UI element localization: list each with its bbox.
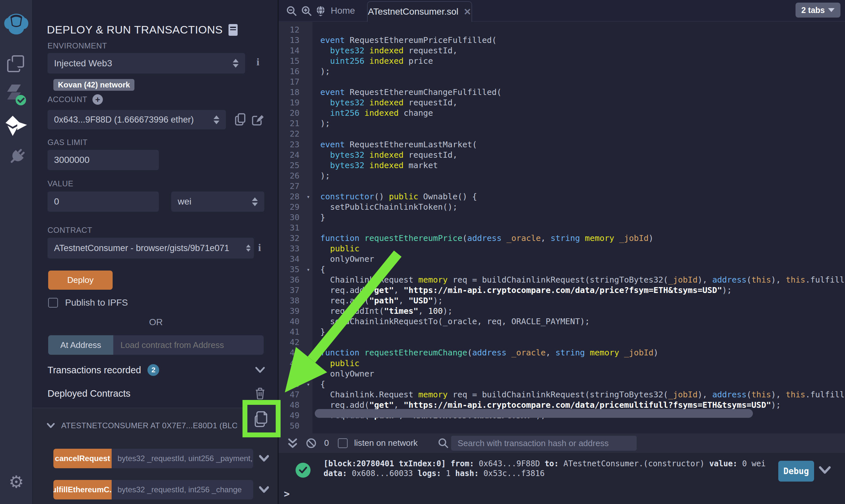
tab-home[interactable]: Home bbox=[315, 0, 355, 21]
code-line: 22 bbox=[279, 129, 845, 139]
at-address-input[interactable] bbox=[113, 335, 264, 355]
code-line: 28▾constructor() public Ownable() { bbox=[279, 192, 845, 202]
code-line: 15 uint256 indexed price bbox=[279, 56, 845, 66]
code-line: 19 bytes32 indexed requestId, bbox=[279, 97, 845, 108]
code-line: 25 bytes32 indexed market bbox=[279, 160, 845, 171]
select-updown-icon bbox=[252, 197, 258, 206]
tabs-count-dropdown[interactable]: 2 tabs bbox=[795, 3, 841, 18]
account-select[interactable]: 0x643...9F88D (1.666673996 ether) bbox=[48, 110, 226, 129]
remix-logo-icon[interactable] bbox=[0, 12, 33, 35]
deployed-contracts-row: Deployed Contracts bbox=[48, 388, 265, 399]
zoom-out-icon[interactable] bbox=[287, 6, 297, 16]
code-area[interactable]: 1213event RequestEthereumPriceFulfilled(… bbox=[279, 22, 845, 433]
code-line: 47 Chainlink.Request memory req = buildC… bbox=[279, 390, 845, 400]
code-line: 31 bbox=[279, 223, 845, 233]
instance-header-row[interactable]: ATESTNETCONSUMER AT 0X7E7...E80D1 (BLOCK… bbox=[47, 421, 242, 430]
chevron-down-icon[interactable] bbox=[47, 423, 55, 428]
environment-info-icon[interactable]: i bbox=[257, 56, 259, 68]
tx-log-line1: [block:20780401 txIndex:0] from: 0x643..… bbox=[324, 459, 765, 469]
copy-icon bbox=[254, 411, 269, 427]
tx-success-icon bbox=[296, 463, 311, 478]
code-editor: Home ATestnetConsumer.sol ✕ 2 tabs 1213e… bbox=[279, 0, 845, 433]
deploy-run-panel: DEPLOY & RUN TRANSACTIONS ENVIRONMENT In… bbox=[33, 0, 279, 504]
value-input[interactable] bbox=[48, 192, 159, 212]
environment-select[interactable]: Injected Web3 bbox=[48, 53, 245, 73]
chevron-down-icon[interactable] bbox=[259, 455, 269, 462]
doc-icon[interactable] bbox=[228, 24, 238, 36]
fulfill-ethereum-button[interactable]: fulfillEthereumC... bbox=[53, 480, 111, 500]
code-line: 35▾{ bbox=[279, 264, 845, 275]
clear-console-icon[interactable] bbox=[306, 438, 316, 448]
transactions-recorded-label: Transactions recorded bbox=[48, 365, 141, 376]
account-label-row: ACCOUNT + bbox=[48, 94, 103, 105]
terminal-prompt[interactable]: > bbox=[284, 488, 290, 500]
edit-account-icon[interactable] bbox=[251, 113, 264, 126]
code-line: 40 sendChainlinkRequestTo(_oracle, req, … bbox=[279, 317, 845, 327]
tab-file-label: ATestnetConsumer.sol bbox=[368, 6, 458, 17]
listen-network-checkbox[interactable] bbox=[338, 438, 348, 448]
select-updown-icon bbox=[233, 59, 239, 68]
transactions-recorded-row[interactable]: Transactions recorded 2 bbox=[48, 364, 265, 376]
publish-ipfs-row: Publish to IPFS bbox=[48, 298, 128, 308]
code-line: 16); bbox=[279, 66, 845, 77]
fulfill-ethereum-params-input[interactable]: bytes32 _requestId, int256 _change bbox=[111, 480, 253, 500]
code-line: 30} bbox=[279, 212, 845, 223]
function-row: fulfillEthereumC... bytes32 _requestId, … bbox=[53, 480, 281, 500]
code-line: 45 onlyOwner bbox=[279, 369, 845, 379]
editor-tabbar: Home ATestnetConsumer.sol ✕ 2 tabs bbox=[279, 0, 845, 21]
code-line: 33 public bbox=[279, 244, 845, 254]
code-line: 48 req.add("get", "https://min-api.crypt… bbox=[279, 400, 845, 410]
settings-gear-icon[interactable]: ⚙ bbox=[0, 472, 33, 492]
tx-log-entry[interactable]: [block:20780401 txIndex:0] from: 0x643..… bbox=[324, 459, 765, 478]
terminal-header: 0 listen on network bbox=[279, 433, 845, 453]
code-line: 17 bbox=[279, 77, 845, 87]
file-explorer-icon[interactable] bbox=[0, 55, 33, 73]
chevron-down-icon[interactable] bbox=[255, 367, 265, 373]
deployed-instances-section: ATESTNETCONSUMER AT 0X7E7...E80D1 (BLOCK… bbox=[33, 408, 278, 504]
solidity-compiler-icon[interactable] bbox=[0, 84, 33, 107]
chevron-down-icon[interactable] bbox=[259, 486, 269, 493]
contract-select[interactable]: ATestnetConsumer - browser/gists/9b71e07… bbox=[48, 238, 254, 258]
value-unit: wei bbox=[178, 196, 191, 207]
caret-down-icon bbox=[828, 8, 834, 12]
code-line: 39 req.addInt("times", 100); bbox=[279, 306, 845, 317]
expand-tx-icon[interactable] bbox=[819, 466, 831, 474]
trash-icon[interactable] bbox=[255, 388, 265, 399]
zoom-in-icon[interactable] bbox=[301, 6, 312, 16]
transactions-count-badge: 2 bbox=[148, 364, 159, 376]
at-address-button[interactable]: At Address bbox=[48, 335, 113, 355]
deploy-button[interactable]: Deploy bbox=[48, 271, 113, 290]
code-line: 29 setPublicChainlinkToken(); bbox=[279, 202, 845, 212]
publish-ipfs-checkbox[interactable] bbox=[48, 298, 58, 308]
function-row: cancelRequest bytes32 _requestId, uint25… bbox=[53, 449, 281, 468]
environment-label: ENVIRONMENT bbox=[48, 41, 107, 50]
code-line: 12 bbox=[279, 25, 845, 35]
cancel-request-params-input[interactable]: bytes32 _requestId, uint256 _payment, by bbox=[111, 449, 253, 468]
add-account-icon[interactable]: + bbox=[92, 94, 103, 105]
code-line: 23event RequestEthereumLastMarket( bbox=[279, 140, 845, 150]
terminal-search-input[interactable] bbox=[451, 436, 637, 451]
cancel-request-button[interactable]: cancelRequest bbox=[53, 449, 111, 468]
code-line: 42 bbox=[279, 337, 845, 347]
tab-active-file[interactable]: ATestnetConsumer.sol ✕ bbox=[367, 1, 472, 22]
debug-button[interactable]: Debug bbox=[778, 461, 814, 482]
terminal: 0 listen on network [block:20780401 txIn… bbox=[279, 433, 845, 504]
close-tab-icon[interactable]: ✕ bbox=[464, 6, 471, 17]
gas-limit-input[interactable] bbox=[48, 150, 159, 170]
contract-value: ATestnetConsumer - browser/gists/9b71e07… bbox=[54, 243, 229, 253]
panel-title-row: DEPLOY & RUN TRANSACTIONS bbox=[47, 23, 238, 36]
instance-label: ATESTNETCONSUMER AT 0X7E7...E80D1 (BLOCK… bbox=[61, 421, 237, 430]
or-divider: OR bbox=[48, 317, 264, 327]
contract-info-icon[interactable]: i bbox=[258, 241, 261, 254]
deploy-run-icon[interactable] bbox=[0, 116, 33, 136]
horizontal-scrollbar[interactable] bbox=[315, 409, 753, 418]
select-updown-icon bbox=[246, 245, 251, 252]
publish-ipfs-label: Publish to IPFS bbox=[65, 298, 128, 308]
code-line: 43function requestEthereumChange(address… bbox=[279, 347, 845, 358]
value-unit-select[interactable]: wei bbox=[171, 192, 264, 212]
copy-instance-button[interactable] bbox=[247, 404, 276, 434]
collapse-terminal-icon[interactable] bbox=[288, 438, 297, 449]
copy-account-icon[interactable] bbox=[235, 113, 246, 126]
plugin-manager-icon[interactable] bbox=[0, 147, 33, 166]
tab-home-label: Home bbox=[331, 5, 355, 16]
